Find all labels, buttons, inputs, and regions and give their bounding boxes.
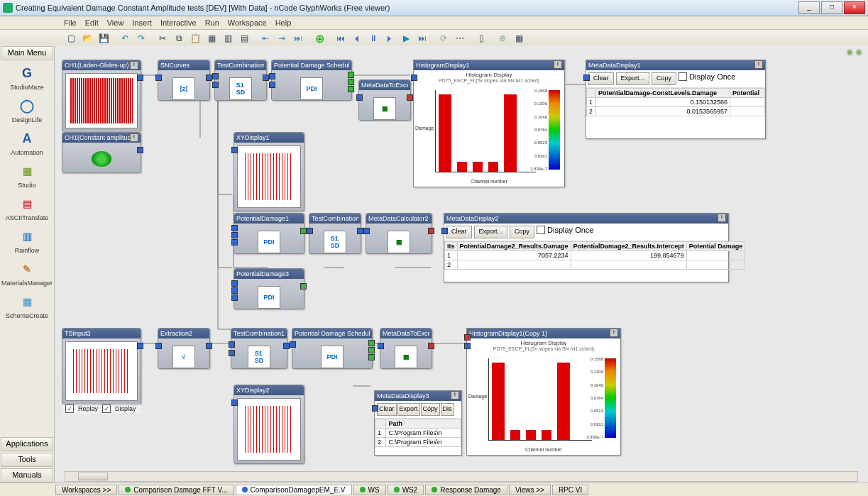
menu-insert[interactable]: Insert: [132, 18, 152, 27]
close-button[interactable]: ×: [844, 1, 865, 14]
toolbar-icon[interactable]: ▦: [204, 31, 219, 45]
next-icon[interactable]: ⏵: [383, 31, 397, 45]
menu-file[interactable]: File: [64, 18, 77, 27]
sidebar-item-asciitranslate[interactable]: ▤ASCIITranslate: [0, 192, 54, 224]
workspace-tab[interactable]: Comparison Damage FFT V...: [119, 485, 234, 495]
menu-view[interactable]: View: [107, 18, 124, 27]
close-icon[interactable]: i: [718, 214, 726, 222]
clear-button[interactable]: Clear: [377, 403, 397, 416]
copy-button[interactable]: Copy: [652, 72, 676, 85]
sidebar-item-rainflow[interactable]: ▥Rainflow: [0, 224, 54, 257]
node-sncurves[interactable]: SNCurves [z]: [158, 60, 210, 101]
sidebar-item-materials[interactable]: ✎MaterialsManager: [0, 257, 54, 290]
node-metadatatoexcel1copy[interactable]: MetaDataToExcel1Copy ▦: [380, 328, 432, 369]
sidebar-item-automation[interactable]: AAutomation: [0, 126, 54, 159]
export-button[interactable]: Export: [397, 403, 420, 416]
sidebar-item-designlife[interactable]: ◯DesignLife: [0, 94, 54, 126]
node-potentialdamage1[interactable]: PotentialDamage1 PDI: [234, 213, 304, 254]
menu-interactive[interactable]: Interactive: [160, 18, 197, 27]
node-ts2[interactable]: CH1(Constant amplitude)i: [62, 132, 141, 173]
node-xydisplay2[interactable]: XYDisplay2: [234, 385, 304, 464]
grid-icon[interactable]: ▦: [512, 31, 526, 45]
node-testcombination2[interactable]: TestCombination2 S1 SD: [309, 213, 361, 254]
toolbar-icon[interactable]: ⋯: [453, 31, 467, 45]
node-metadatadisplay1[interactable]: MetaDataDisplay1i Clear Export... Copy D…: [586, 60, 766, 139]
toolbar-icon[interactable]: ▤: [237, 31, 251, 45]
workspaces-button[interactable]: Workspaces >>: [55, 485, 117, 495]
copy-button[interactable]: Copy: [510, 226, 534, 238]
workspace-tab[interactable]: Response Damage: [425, 485, 507, 495]
view-tab[interactable]: RPC VI: [552, 485, 588, 495]
menu-run[interactable]: Run: [205, 18, 219, 27]
workspace-tab[interactable]: WS2: [388, 485, 424, 495]
close-icon[interactable]: i: [451, 391, 459, 399]
workspace-tab[interactable]: WS: [353, 485, 386, 495]
sidebar-item-schema[interactable]: ▦SchemaCreate: [0, 290, 54, 322]
skip-back-icon[interactable]: ⏮: [334, 31, 348, 45]
workflow-canvas[interactable]: ◉ ◉ CH1(Laden-Glides-up)i ✓Replay✓Displa…: [55, 45, 868, 483]
node-testcombination1copy[interactable]: TestCombination1Copy S1 SD: [231, 328, 287, 369]
node-metadatadisplay3[interactable]: MetaDataDisplay3i Clear Export Copy Dis …: [374, 390, 462, 456]
open-icon[interactable]: 📂: [80, 31, 94, 45]
ff-icon[interactable]: ⏭: [415, 31, 429, 45]
clear-button[interactable]: Clear: [446, 226, 472, 238]
node-metadatacalc2[interactable]: MetaDataCalculator2 ▦: [366, 213, 432, 254]
node-pdschedule1[interactable]: Potential Damage Schedule PDI: [271, 60, 352, 101]
copy-icon[interactable]: ⧉: [172, 31, 186, 45]
node-ts1[interactable]: CH1(Laden-Glides-up)i ✓Replay✓Display: [62, 60, 141, 132]
menu-workspace[interactable]: Workspace: [228, 18, 267, 27]
node-tsinput3[interactable]: TSInput3 ✓Replay✓Display: [62, 328, 141, 404]
step-back-icon[interactable]: ⇤: [258, 31, 273, 45]
undo-icon[interactable]: ↶: [118, 31, 132, 45]
node-histogram1[interactable]: HistogramDisplay1i Histogram Display PD7…: [413, 60, 565, 187]
pause-icon[interactable]: ⏸: [366, 31, 380, 45]
sidebar-footer-tools[interactable]: Tools: [1, 453, 53, 467]
node-metadatadisplay2[interactable]: MetaDataDisplay2i Clear Export... Copy D…: [444, 213, 729, 282]
sidebar-footer-manuals[interactable]: Manuals: [1, 468, 53, 483]
menu-help[interactable]: Help: [275, 18, 292, 27]
sidebar-footer-applications[interactable]: Applications: [1, 437, 53, 451]
sidebar-item-studio[interactable]: ▦Studio: [0, 159, 54, 192]
node-potentialdamage3[interactable]: PotentialDamage3 PDI: [234, 268, 304, 309]
close-icon[interactable]: i: [754, 60, 763, 69]
toolbar-icon[interactable]: ▥: [221, 31, 235, 45]
paste-icon[interactable]: 📋: [188, 31, 202, 45]
close-icon[interactable]: i: [554, 60, 562, 69]
display-once-checkbox[interactable]: [679, 72, 687, 81]
cut-icon[interactable]: ✂: [155, 31, 170, 45]
export-button[interactable]: Export...: [474, 226, 508, 238]
sidebar-item-studiomaze[interactable]: GStudioMaze: [0, 61, 54, 94]
display-once-checkbox[interactable]: [537, 226, 545, 234]
meta-table[interactable]: ItsPotentialDamage2_Results.DamagePotent…: [444, 241, 745, 270]
export-button[interactable]: Export...: [616, 72, 650, 85]
node-histogram1copy[interactable]: HistogramDisplay1(Copy 1)i Histogram Dis…: [466, 328, 621, 456]
meta-table[interactable]: PotentialDamage-ConstLevels.DamagePotent…: [586, 88, 765, 116]
node-toggle-icon[interactable]: i: [130, 133, 138, 142]
node-pdschedule1copy[interactable]: Potential Damage Schedule Copy PDI: [292, 328, 373, 369]
redo-icon[interactable]: ↷: [134, 31, 148, 45]
clear-button[interactable]: Clear: [588, 72, 614, 85]
prev-icon[interactable]: ⏴: [350, 31, 364, 45]
add-icon[interactable]: ⊕: [312, 31, 326, 45]
node-toggle-icon[interactable]: i: [130, 61, 138, 70]
refresh-icon[interactable]: ⟳: [436, 31, 451, 45]
device-icon[interactable]: ▯: [474, 31, 488, 45]
canvas-help-icons[interactable]: ◉ ◉: [846, 47, 862, 57]
minimize-button[interactable]: _: [798, 1, 820, 14]
views-button[interactable]: Views >>: [509, 485, 551, 495]
target-icon[interactable]: ⊕: [495, 31, 510, 45]
node-xydisplay1[interactable]: XYDisplay1: [234, 132, 304, 211]
save-icon[interactable]: 💾: [97, 31, 111, 45]
dis-button[interactable]: Dis: [441, 403, 454, 416]
node-extraction2[interactable]: Extraction2 √: [158, 328, 210, 369]
node-testcombination1[interactable]: TestCombination1 S1 SD: [214, 60, 267, 101]
play-icon[interactable]: ▶: [399, 31, 413, 45]
meta-table[interactable]: Path 1C:\Program Files\n 2C:\Program Fil…: [375, 419, 461, 447]
copy-button[interactable]: Copy: [421, 403, 440, 416]
step-fwd-icon[interactable]: ⇥: [275, 31, 289, 45]
menu-edit[interactable]: Edit: [85, 18, 99, 27]
node-metadatatoexcel[interactable]: MetaDataToExcel ▦: [358, 79, 411, 121]
maximize-button[interactable]: □: [821, 1, 842, 14]
new-icon[interactable]: ▢: [64, 31, 78, 45]
workspace-tab[interactable]: ComparisonDamagepEM_E.V: [236, 485, 352, 495]
